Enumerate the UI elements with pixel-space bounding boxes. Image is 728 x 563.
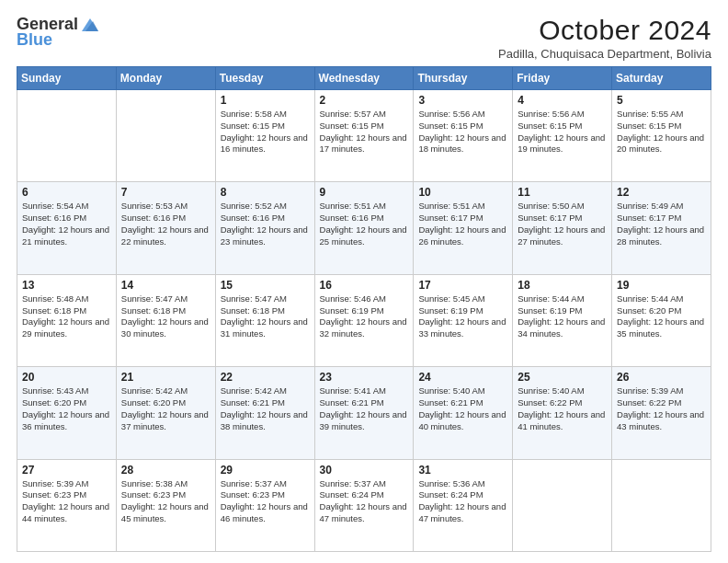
day-number: 23	[320, 371, 409, 384]
day-info: Sunrise: 5:45 AM Sunset: 6:19 PM Dayligh…	[418, 293, 507, 340]
logo-icon	[80, 15, 100, 35]
day-number: 16	[320, 279, 409, 292]
day-info: Sunrise: 5:37 AM Sunset: 6:24 PM Dayligh…	[320, 478, 409, 525]
day-number: 27	[22, 464, 111, 477]
calendar-cell: 17Sunrise: 5:45 AM Sunset: 6:19 PM Dayli…	[414, 274, 513, 366]
day-info: Sunrise: 5:44 AM Sunset: 6:19 PM Dayligh…	[518, 293, 607, 340]
day-info: Sunrise: 5:39 AM Sunset: 6:22 PM Dayligh…	[617, 385, 706, 432]
day-number: 15	[221, 279, 310, 292]
calendar-cell: 21Sunrise: 5:42 AM Sunset: 6:20 PM Dayli…	[116, 367, 215, 459]
calendar-cell: 30Sunrise: 5:37 AM Sunset: 6:24 PM Dayli…	[314, 459, 414, 551]
main-title: October 2024	[498, 15, 711, 46]
page: General Blue October 2024 Padilla, Chuqu…	[0, 0, 728, 563]
day-number: 18	[518, 279, 607, 292]
day-info: Sunrise: 5:57 AM Sunset: 6:15 PM Dayligh…	[320, 109, 409, 155]
calendar-cell: 3Sunrise: 5:56 AM Sunset: 6:15 PM Daylig…	[414, 90, 513, 182]
calendar-cell: 18Sunrise: 5:44 AM Sunset: 6:19 PM Dayli…	[513, 274, 612, 366]
day-number: 24	[418, 371, 507, 384]
day-header-tuesday: Tuesday	[215, 67, 314, 90]
calendar-cell: 2Sunrise: 5:57 AM Sunset: 6:15 PM Daylig…	[314, 90, 414, 182]
day-number: 4	[518, 94, 607, 107]
subtitle: Padilla, Chuquisaca Department, Bolivia	[498, 47, 711, 61]
day-info: Sunrise: 5:38 AM Sunset: 6:23 PM Dayligh…	[121, 478, 210, 525]
day-info: Sunrise: 5:44 AM Sunset: 6:20 PM Dayligh…	[617, 293, 706, 340]
day-header-monday: Monday	[116, 67, 215, 90]
calendar-cell: 23Sunrise: 5:41 AM Sunset: 6:21 PM Dayli…	[314, 367, 414, 459]
day-number: 6	[22, 186, 111, 199]
day-info: Sunrise: 5:42 AM Sunset: 6:21 PM Dayligh…	[221, 385, 310, 432]
day-number: 17	[418, 279, 507, 292]
day-header-wednesday: Wednesday	[314, 67, 414, 90]
calendar-cell	[612, 459, 711, 551]
day-info: Sunrise: 5:46 AM Sunset: 6:19 PM Dayligh…	[320, 293, 409, 340]
calendar-cell: 19Sunrise: 5:44 AM Sunset: 6:20 PM Dayli…	[612, 274, 711, 366]
day-info: Sunrise: 5:40 AM Sunset: 6:22 PM Dayligh…	[518, 385, 607, 432]
day-number: 30	[320, 464, 409, 477]
calendar-week-4: 20Sunrise: 5:43 AM Sunset: 6:20 PM Dayli…	[17, 367, 711, 459]
logo: General Blue	[17, 15, 100, 50]
day-info: Sunrise: 5:47 AM Sunset: 6:18 PM Dayligh…	[121, 293, 210, 340]
day-number: 10	[418, 186, 507, 199]
day-info: Sunrise: 5:36 AM Sunset: 6:24 PM Dayligh…	[418, 478, 507, 525]
day-number: 5	[617, 94, 706, 107]
calendar-cell: 1Sunrise: 5:58 AM Sunset: 6:15 PM Daylig…	[215, 90, 314, 182]
calendar-cell: 4Sunrise: 5:56 AM Sunset: 6:15 PM Daylig…	[513, 90, 612, 182]
day-info: Sunrise: 5:51 AM Sunset: 6:16 PM Dayligh…	[320, 201, 409, 247]
day-info: Sunrise: 5:55 AM Sunset: 6:15 PM Dayligh…	[617, 109, 706, 155]
day-number: 7	[121, 186, 210, 199]
calendar-week-3: 13Sunrise: 5:48 AM Sunset: 6:18 PM Dayli…	[17, 274, 711, 366]
day-number: 29	[221, 464, 310, 477]
day-info: Sunrise: 5:40 AM Sunset: 6:21 PM Dayligh…	[418, 385, 507, 432]
day-info: Sunrise: 5:51 AM Sunset: 6:17 PM Dayligh…	[418, 201, 507, 247]
logo-blue: Blue	[17, 31, 52, 50]
calendar-cell: 6Sunrise: 5:54 AM Sunset: 6:16 PM Daylig…	[17, 182, 117, 274]
calendar-cell	[513, 459, 612, 551]
calendar-cell: 9Sunrise: 5:51 AM Sunset: 6:16 PM Daylig…	[314, 182, 414, 274]
calendar-cell: 8Sunrise: 5:52 AM Sunset: 6:16 PM Daylig…	[215, 182, 314, 274]
day-info: Sunrise: 5:41 AM Sunset: 6:21 PM Dayligh…	[320, 385, 409, 432]
calendar-week-2: 6Sunrise: 5:54 AM Sunset: 6:16 PM Daylig…	[17, 182, 711, 274]
calendar-cell: 10Sunrise: 5:51 AM Sunset: 6:17 PM Dayli…	[414, 182, 513, 274]
day-number: 2	[320, 94, 409, 107]
calendar-cell: 29Sunrise: 5:37 AM Sunset: 6:23 PM Dayli…	[215, 459, 314, 551]
day-number: 22	[221, 371, 310, 384]
day-info: Sunrise: 5:52 AM Sunset: 6:16 PM Dayligh…	[221, 201, 310, 247]
day-number: 13	[22, 279, 111, 292]
calendar-cell: 15Sunrise: 5:47 AM Sunset: 6:18 PM Dayli…	[215, 274, 314, 366]
day-number: 3	[418, 94, 507, 107]
day-info: Sunrise: 5:48 AM Sunset: 6:18 PM Dayligh…	[22, 293, 111, 340]
day-info: Sunrise: 5:43 AM Sunset: 6:20 PM Dayligh…	[22, 385, 111, 432]
day-number: 20	[22, 371, 111, 384]
day-info: Sunrise: 5:37 AM Sunset: 6:23 PM Dayligh…	[221, 478, 310, 525]
day-number: 25	[518, 371, 607, 384]
title-block: October 2024 Padilla, Chuquisaca Departm…	[498, 15, 711, 61]
calendar-cell	[17, 90, 117, 182]
calendar-cell: 20Sunrise: 5:43 AM Sunset: 6:20 PM Dayli…	[17, 367, 117, 459]
calendar-cell: 22Sunrise: 5:42 AM Sunset: 6:21 PM Dayli…	[215, 367, 314, 459]
calendar-cell: 16Sunrise: 5:46 AM Sunset: 6:19 PM Dayli…	[314, 274, 414, 366]
day-number: 19	[617, 279, 706, 292]
calendar-cell: 27Sunrise: 5:39 AM Sunset: 6:23 PM Dayli…	[17, 459, 117, 551]
day-header-sunday: Sunday	[17, 67, 117, 90]
day-number: 14	[121, 279, 210, 292]
day-info: Sunrise: 5:56 AM Sunset: 6:15 PM Dayligh…	[418, 109, 507, 155]
header: General Blue October 2024 Padilla, Chuqu…	[17, 15, 711, 61]
calendar-cell: 12Sunrise: 5:49 AM Sunset: 6:17 PM Dayli…	[612, 182, 711, 274]
day-header-thursday: Thursday	[414, 67, 513, 90]
calendar-cell: 14Sunrise: 5:47 AM Sunset: 6:18 PM Dayli…	[116, 274, 215, 366]
day-number: 26	[617, 371, 706, 384]
calendar-header-row: SundayMondayTuesdayWednesdayThursdayFrid…	[17, 67, 711, 90]
day-header-friday: Friday	[513, 67, 612, 90]
day-info: Sunrise: 5:53 AM Sunset: 6:16 PM Dayligh…	[121, 201, 210, 247]
day-number: 31	[418, 464, 507, 477]
day-number: 12	[617, 186, 706, 199]
day-header-saturday: Saturday	[612, 67, 711, 90]
calendar-cell: 5Sunrise: 5:55 AM Sunset: 6:15 PM Daylig…	[612, 90, 711, 182]
day-number: 9	[320, 186, 409, 199]
day-info: Sunrise: 5:49 AM Sunset: 6:17 PM Dayligh…	[617, 201, 706, 247]
day-info: Sunrise: 5:50 AM Sunset: 6:17 PM Dayligh…	[518, 201, 607, 247]
day-info: Sunrise: 5:56 AM Sunset: 6:15 PM Dayligh…	[518, 109, 607, 155]
day-number: 21	[121, 371, 210, 384]
calendar-cell: 7Sunrise: 5:53 AM Sunset: 6:16 PM Daylig…	[116, 182, 215, 274]
day-info: Sunrise: 5:58 AM Sunset: 6:15 PM Dayligh…	[221, 109, 310, 155]
